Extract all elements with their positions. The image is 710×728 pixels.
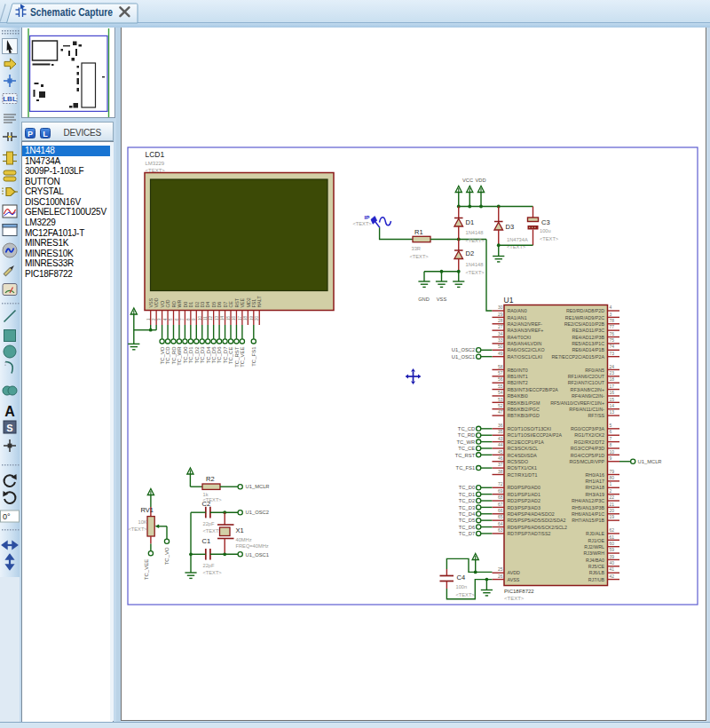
svg-text:69: 69 [498,488,503,494]
svg-text:TC_VEE: TC_VEE [145,559,150,580]
svg-text:TC_CE: TC_CE [458,446,475,451]
svg-text:2: 2 [610,488,612,494]
svg-text:RJ7/UB: RJ7/UB [588,577,605,582]
svg-text:79: 79 [610,469,615,474]
svg-text:TC_RST: TC_RST [234,346,240,368]
svg-text:19: 19 [249,315,254,320]
svg-text:RC6/TX1/CK1: RC6/TX1/CK1 [508,465,538,471]
svg-text:<TEXT>: <TEXT> [504,596,525,601]
svg-text:AVSS: AVSS [508,577,520,582]
svg-text:TC_VO: TC_VO [164,547,170,565]
svg-text:22: 22 [610,495,615,500]
svg-text:63: 63 [498,527,503,533]
svg-text:TC_D7: TC_D7 [459,531,475,536]
svg-text:RD2/PSP2/AD2: RD2/PSP2/AD2 [508,498,540,503]
svg-text:77: 77 [610,324,615,329]
svg-text:VCC: VCC [462,178,473,183]
svg-text:RD1/PSP1/AD1: RD1/PSP1/AD1 [508,492,540,497]
svg-text:RH1/A17: RH1/A17 [586,479,605,484]
svg-text:TC_D4: TC_D4 [206,346,211,364]
svg-text:TC_VEE: TC_VEE [240,347,245,368]
svg-text:RE5/AD13/P1C: RE5/AD13/P1C [572,341,604,346]
svg-text:RG2/RX2/DT2: RG2/RX2/DT2 [574,439,604,445]
svg-text:RH3/A19: RH3/A19 [586,492,605,497]
svg-text:13: 13 [610,409,615,415]
svg-text:RG4/CCP5/P1D: RG4/CCP5/P1D [571,453,604,458]
svg-text:35: 35 [498,429,503,434]
svg-text:5: 5 [610,423,612,428]
svg-text:D0: D0 [183,302,188,308]
svg-text:U1_OSC1: U1_OSC1 [246,552,269,558]
svg-text:23: 23 [610,370,615,376]
svg-text:D3: D3 [200,302,205,308]
svg-text:RJ0/ALE: RJ0/ALE [586,531,604,536]
svg-text:10: 10 [610,449,615,455]
svg-text:TC_RD: TC_RD [458,432,475,438]
svg-text:VSS: VSS [148,297,154,307]
svg-text:TC_FS1: TC_FS1 [251,346,256,367]
svg-text:42: 42 [610,574,615,579]
svg-text:<TEXT>: <TEXT> [466,270,485,275]
svg-text:62: 62 [610,527,615,533]
svg-text:<TEXT>: <TEXT> [146,168,166,173]
svg-text:RA3/AN3/VREF+: RA3/AN3/VREF+ [508,328,544,333]
svg-text:RE0/RD/AD8/P2D: RE0/RD/AD8/P2D [566,308,604,313]
svg-text:LCD1: LCD1 [146,150,165,159]
svg-text:D2: D2 [466,249,475,257]
svg-text:TC_D6: TC_D6 [217,346,222,364]
svg-text:RC3/SCK/SCL: RC3/SCK/SCL [508,446,539,451]
svg-text:55: 55 [498,384,503,389]
svg-text:9: 9 [610,455,612,461]
svg-text:RF7/SS: RF7/SS [588,413,604,418]
svg-text:5: 5 [169,318,173,320]
svg-text:11: 11 [203,316,208,320]
svg-text:19: 19 [610,514,615,519]
svg-text:RH4/AN12/P3C: RH4/AN12/P3C [572,498,604,503]
svg-text:75: 75 [610,337,615,343]
svg-text:<TEXT>: <TEXT> [129,526,148,532]
svg-text:RH7/AN15/P1B: RH7/AN15/P1B [572,518,604,523]
svg-text:TC_D3: TC_D3 [200,346,205,364]
svg-text:TC_D4: TC_D4 [459,511,476,517]
svg-text:38: 38 [498,469,503,474]
svg-text:53: 53 [498,397,503,402]
svg-text:TC_D0: TC_D0 [183,346,188,364]
svg-text:RC2/ECCP1/P1A: RC2/ECCP1/P1A [508,439,545,445]
svg-text:1N4148: 1N4148 [466,262,484,267]
svg-text:41: 41 [610,566,615,572]
svg-text:<TEXT>: <TEXT> [353,221,373,226]
svg-text:C4: C4 [457,574,466,582]
svg-text:RC1/T1OSI/ECCP2A/P2A: RC1/T1OSI/ECCP2A/P2A [508,432,563,438]
svg-text:C1: C1 [202,537,211,545]
svg-text:RB1/INT1: RB1/INT1 [508,374,528,379]
svg-text:RD6/PSP6/AD6/SCK2/SCL2: RD6/PSP6/AD6/SCK2/SCL2 [508,525,567,530]
svg-text:67: 67 [498,502,503,507]
svg-text:20: 20 [610,508,615,513]
svg-text:TC_D2: TC_D2 [459,498,475,503]
svg-text:RJ2/WRL: RJ2/WRL [584,544,604,550]
svg-text:LM3229: LM3229 [146,161,165,166]
svg-text:RB6/KBI2/PGC: RB6/KBI2/PGC [508,407,540,412]
svg-text:22pF: 22pF [203,563,215,568]
svg-text:56: 56 [498,376,503,382]
svg-text:RB3/INT3/ECCP2B/P2A: RB3/INT3/ECCP2B/P2A [508,387,559,392]
svg-text:<TEXT>: <TEXT> [203,570,223,575]
svg-text:RE7/ECCP2C/AD15/P2A: RE7/ECCP2C/AD15/P2A [552,354,605,360]
svg-text:RA2/AN2/VREF-: RA2/AN2/VREF- [508,321,543,327]
svg-text:RH5/AN13/P3B: RH5/AN13/P3B [572,505,604,510]
svg-text:57: 57 [498,370,503,376]
svg-text:17: 17 [610,384,615,389]
svg-text:RH0/A16: RH0/A16 [586,472,605,478]
svg-text:C2: C2 [202,500,211,508]
svg-text:RC5/SDO: RC5/SDO [508,459,529,464]
svg-text:TC_D2: TC_D2 [194,346,200,364]
svg-text:R2: R2 [206,475,215,483]
svg-text:36: 36 [498,423,503,428]
svg-text:FREQ=40MHz: FREQ=40MHz [236,543,269,549]
svg-text:RF0/AN5: RF0/AN5 [585,368,604,373]
svg-text:<TEXT>: <TEXT> [410,254,430,259]
svg-text:RF4/AN9/C2IN-: RF4/AN9/C2IN- [572,393,604,399]
svg-text:TC_D5: TC_D5 [211,346,217,364]
svg-text:49: 49 [498,351,503,356]
svg-text:D4: D4 [205,302,210,308]
